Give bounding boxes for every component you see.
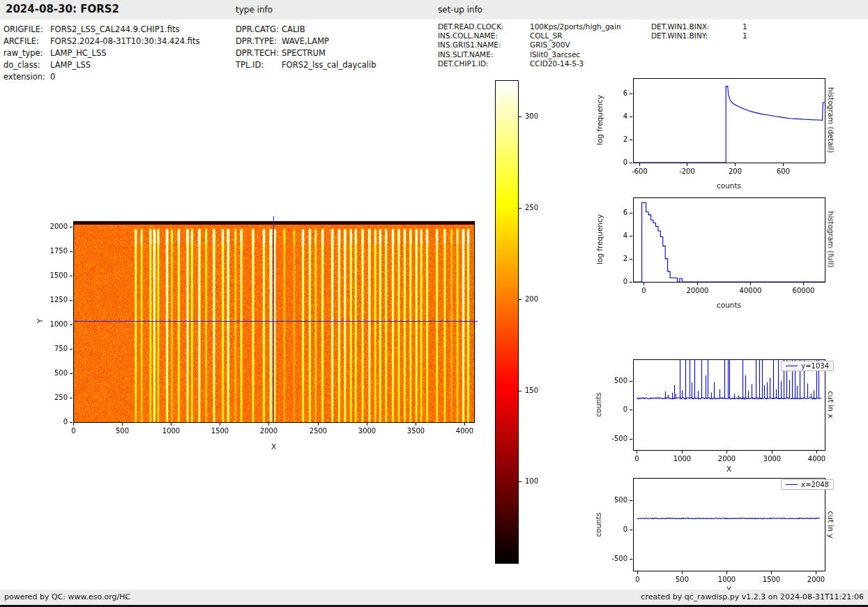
field-label: extension: xyxy=(3,71,50,83)
cut-y-y-label: counts xyxy=(594,512,602,537)
type-info-row: DPR.TECH:SPECTRUM xyxy=(236,47,376,59)
histogram-detail-canvas xyxy=(593,70,833,192)
detector-window-block: DET.WIN1.BINX:1 DET.WIN1.BINY:1 xyxy=(651,22,747,40)
type-info-heading: type info xyxy=(236,5,273,15)
cut-x-y-label: counts xyxy=(594,392,602,417)
histogram-full-plot: log frequency counts histogram (full) xyxy=(593,189,844,315)
type-info-row: DPR.TYPE:WAVE,LAMP xyxy=(236,36,376,47)
qc-report-page: 2024-08-30: FORS2 type info set-up info … xyxy=(0,0,868,607)
header-bar: 2024-08-30: FORS2 type info set-up info xyxy=(0,0,868,20)
win-info-row: DET.WIN1.BINX:1 xyxy=(651,22,747,31)
field-label: do_class: xyxy=(3,59,50,71)
setup-info-row: INS.SLIT.NAME:lSlit0_3arcsec xyxy=(438,50,621,59)
field-label: DPR.CATG: xyxy=(236,24,282,36)
page-title: 2024-08-30: FORS2 xyxy=(6,3,119,15)
footer-created-by: created by qc_rawdisp.py v1.2.3 on 2024-… xyxy=(641,592,864,601)
setup-info-row: INS.COLL.NAME:COLL_SR xyxy=(438,31,621,40)
histogram-full-canvas xyxy=(593,189,833,311)
raw-image-plot: Y X xyxy=(31,214,505,458)
field-label: TPL.ID: xyxy=(236,59,282,71)
win-info-row: DET.WIN1.BINY:1 xyxy=(651,31,747,40)
cut-in-x-plot: counts X cut in x y=1034 xyxy=(593,351,844,478)
raw-image-canvas xyxy=(31,214,485,455)
file-info-row: ORIGFILE:FORS2_LSS_CAL244.9.CHIP1.fits xyxy=(3,24,199,36)
field-value: 100Kps/2ports/high_gain xyxy=(530,22,621,31)
field-value: lSlit0_3arcsec xyxy=(530,50,580,59)
colorbar-canvas xyxy=(495,80,558,569)
field-label: DET.CHIP1.ID: xyxy=(438,59,530,68)
setup-info-row: INS.GRIS1.NAME:GRIS_300V xyxy=(438,40,621,50)
hist-detail-side-label: histogram (detail) xyxy=(827,87,835,153)
hist-full-side-label: histogram (full) xyxy=(827,211,835,268)
field-value: FORS2.2024-08-31T10:30:34.424.fits xyxy=(50,36,199,47)
field-value: 0 xyxy=(50,71,55,83)
setup-info-row: DET.READ.CLOCK:100Kps/2ports/high_gain xyxy=(438,22,621,31)
field-value: CCID20-14-5-3 xyxy=(530,59,584,68)
type-info-row: DPR.CATG:CALIB xyxy=(236,24,376,36)
legend-line-swatch xyxy=(786,366,798,366)
file-info-block: ORIGFILE:FORS2_LSS_CAL244.9.CHIP1.fits A… xyxy=(3,24,199,83)
field-value: COLL_SR xyxy=(530,31,563,40)
file-info-row: ARCFILE:FORS2.2024-08-31T10:30:34.424.fi… xyxy=(3,36,199,47)
type-info-block: DPR.CATG:CALIB DPR.TYPE:WAVE,LAMP DPR.TE… xyxy=(236,24,376,71)
histogram-detail-plot: log frequency counts histogram (detail) xyxy=(593,70,844,195)
field-label: DET.WIN1.BINY: xyxy=(651,31,743,40)
setup-info-row: DET.CHIP1.ID:CCID20-14-5-3 xyxy=(438,59,621,68)
field-value: 1 xyxy=(743,22,747,31)
field-label: ARCFILE: xyxy=(3,36,50,47)
cut-x-side-label: cut in x xyxy=(827,391,835,418)
setup-info-heading: set-up info xyxy=(438,5,482,15)
field-label: DPR.TYPE: xyxy=(236,36,282,47)
footer-bar: powered by QC: www.eso.org/HC created by… xyxy=(0,590,868,605)
field-label: ORIGFILE: xyxy=(3,24,50,36)
field-value: LAMP_LSS xyxy=(50,59,91,71)
hist-detail-y-label: log frequency xyxy=(595,95,604,145)
field-label: DPR.TECH: xyxy=(236,47,282,59)
field-label: raw_type: xyxy=(3,47,50,59)
setup-info-block: DET.READ.CLOCK:100Kps/2ports/high_gain I… xyxy=(438,22,621,68)
footer-qc-link[interactable]: powered by QC: www.eso.org/HC xyxy=(4,592,130,601)
raw-y-axis-label: Y xyxy=(36,319,44,323)
cut-y-side-label: cut in y xyxy=(827,511,835,538)
cut-x-legend: y=1034 xyxy=(781,361,834,371)
field-value: SPECTRUM xyxy=(282,47,326,59)
file-info-row: raw_type:LAMP_HC_LSS xyxy=(3,47,199,59)
colorbar xyxy=(495,80,558,569)
field-label: INS.SLIT.NAME: xyxy=(438,50,530,59)
hist-full-y-label: log frequency xyxy=(595,214,604,264)
hist-full-x-label: counts xyxy=(633,301,825,309)
cut-y-legend: x=2048 xyxy=(781,479,834,490)
file-info-row: do_class:LAMP_LSS xyxy=(3,59,199,71)
cut-in-y-plot: counts Y cut in y x=2048 xyxy=(593,470,844,599)
field-label: DET.WIN1.BINX: xyxy=(651,22,743,31)
field-value: FORS2_lss_cal_daycalib xyxy=(282,59,376,71)
field-value: WAVE,LAMP xyxy=(282,36,329,47)
field-label: DET.READ.CLOCK: xyxy=(438,22,530,31)
field-value: LAMP_HC_LSS xyxy=(50,47,107,59)
raw-x-axis-label: X xyxy=(73,442,474,451)
field-value: CALIB xyxy=(282,24,305,36)
field-label: INS.GRIS1.NAME: xyxy=(438,40,530,50)
legend-line-swatch xyxy=(786,484,798,485)
field-value: 1 xyxy=(743,31,747,40)
cut-x-legend-label: y=1034 xyxy=(801,362,829,370)
file-info-row: extension:0 xyxy=(3,71,199,83)
field-value: FORS2_LSS_CAL244.9.CHIP1.fits xyxy=(50,24,179,36)
field-label: INS.COLL.NAME: xyxy=(438,31,530,40)
cut-y-legend-label: x=2048 xyxy=(801,481,829,488)
field-value: GRIS_300V xyxy=(530,40,570,50)
type-info-row: TPL.ID:FORS2_lss_cal_daycalib xyxy=(236,59,376,71)
